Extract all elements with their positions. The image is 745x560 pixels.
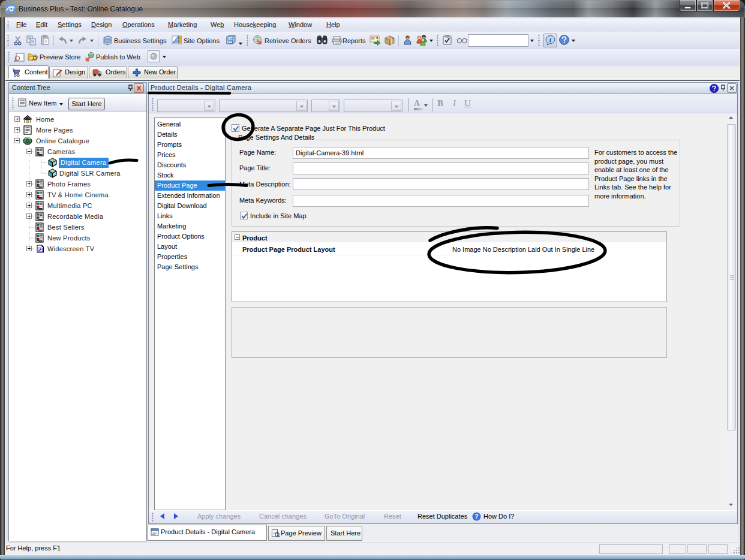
svg-text:i: i: [549, 37, 551, 43]
svg-text:?: ?: [474, 513, 478, 520]
